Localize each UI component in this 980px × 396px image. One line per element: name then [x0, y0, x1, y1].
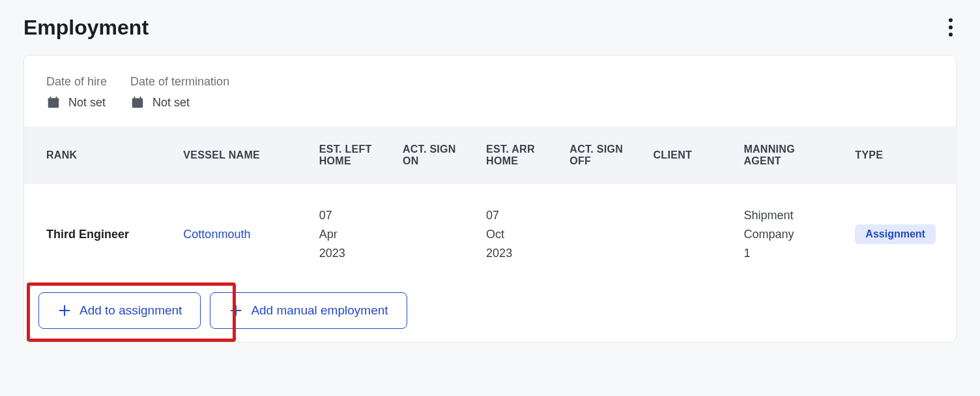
dates-section: Date of hire Not set Date of termination…	[24, 55, 956, 127]
cell-rank: Third Engineer	[24, 184, 170, 284]
svg-rect-3	[56, 97, 57, 100]
svg-rect-6	[134, 97, 136, 100]
cell-client	[641, 184, 731, 284]
cell-est-left: 07 Apr 2023	[306, 184, 390, 284]
type-badge: Assignment	[855, 224, 936, 244]
col-act-sign-off: ACT. SIGN OFF	[556, 127, 640, 184]
table-row: Third Engineer Cottonmouth 07 Apr 2023 0…	[24, 184, 956, 284]
date-of-termination-value: Not set	[152, 96, 190, 110]
cell-type: Assignment	[842, 184, 956, 284]
svg-rect-5	[132, 99, 143, 108]
col-act-sign-on: ACT. SIGN ON	[390, 127, 473, 184]
plus-icon	[57, 303, 72, 318]
svg-rect-7	[140, 97, 141, 100]
table-header-row: RANK VESSEL NAME EST. LEFT HOME ACT. SIG…	[24, 127, 956, 184]
cell-est-arr: 07 Oct 2023	[473, 184, 556, 284]
col-type: TYPE	[842, 127, 956, 184]
more-options-button[interactable]	[945, 14, 957, 40]
col-est-arr: EST. ARR HOME	[473, 127, 556, 184]
calendar-icon	[130, 95, 145, 110]
add-to-assignment-button[interactable]: Add to assignment	[38, 292, 201, 329]
cell-act-sign-off	[556, 184, 640, 284]
date-of-hire-value: Not set	[68, 96, 106, 110]
cell-manning: Shipment Company 1	[730, 184, 842, 284]
plus-icon	[229, 303, 243, 318]
col-est-left: EST. LEFT HOME	[306, 127, 390, 184]
col-vessel: VESSEL NAME	[170, 127, 306, 184]
actions-row: Add to assignment Add manual employment	[24, 284, 956, 342]
date-of-termination-label: Date of termination	[130, 75, 229, 89]
col-rank: RANK	[24, 127, 170, 184]
date-of-hire-field: Date of hire Not set	[46, 75, 107, 110]
employment-table: RANK VESSEL NAME EST. LEFT HOME ACT. SIG…	[24, 127, 956, 284]
add-to-assignment-label: Add to assignment	[79, 303, 182, 318]
col-client: CLIENT	[641, 127, 731, 184]
date-of-termination-field: Date of termination Not set	[130, 75, 229, 110]
svg-rect-2	[50, 97, 51, 100]
employment-card: Date of hire Not set Date of termination…	[23, 55, 957, 343]
cell-act-sign-on	[390, 184, 473, 284]
page-title: Employment	[23, 16, 149, 40]
date-of-hire-label: Date of hire	[46, 75, 107, 89]
col-manning: MANNING AGENT	[730, 127, 842, 184]
add-manual-employment-label: Add manual employment	[251, 303, 388, 318]
svg-rect-1	[48, 99, 59, 102]
vessel-link[interactable]: Cottonmouth	[183, 228, 250, 241]
add-manual-employment-button[interactable]: Add manual employment	[210, 292, 407, 329]
employment-table-scroll[interactable]: RANK VESSEL NAME EST. LEFT HOME ACT. SIG…	[24, 127, 956, 284]
calendar-icon	[46, 95, 61, 110]
